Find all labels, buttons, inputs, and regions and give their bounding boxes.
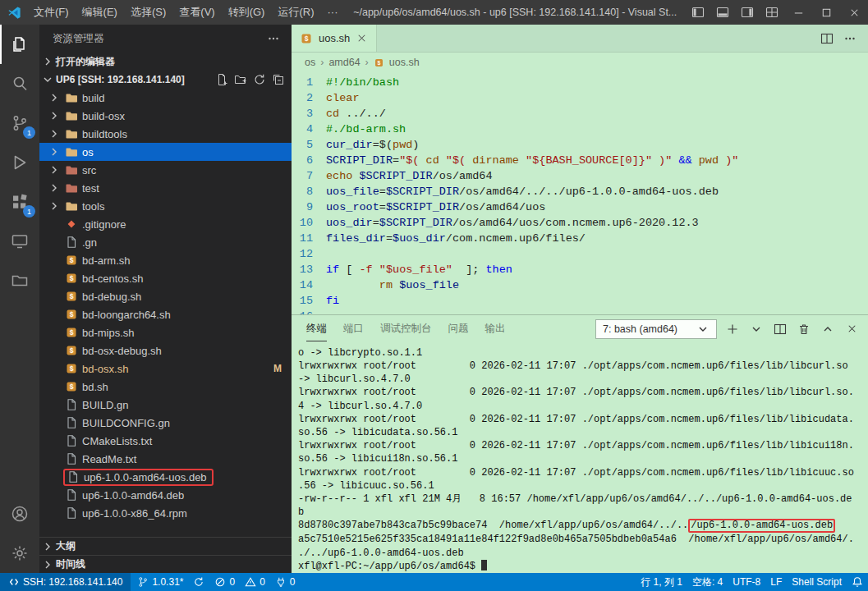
workspace-section[interactable]: UP6 [SSH: 192.168.141.140] — [39, 71, 292, 89]
activity-run-and-debug[interactable] — [0, 143, 39, 182]
activity-extensions[interactable]: 1 — [0, 182, 39, 222]
panel-tab-调试控制台[interactable]: 调试控制台 — [380, 317, 432, 341]
tree-item-BUILDCONFIG.gn[interactable]: BUILDCONFIG.gn — [39, 414, 292, 432]
panel-tab-端口[interactable]: 端口 — [343, 317, 364, 341]
menu-item[interactable]: 编辑(E) — [76, 0, 124, 25]
activity-source-control[interactable]: 1 — [0, 103, 39, 143]
toggle-secondary-sidebar-button[interactable] — [735, 0, 760, 25]
tree-item-bd-debug.sh[interactable]: $bd-debug.sh — [39, 287, 292, 305]
menu-item[interactable]: 运行(R) — [271, 0, 320, 25]
minimize-button[interactable] — [784, 0, 812, 25]
tree-item-os[interactable]: os — [39, 143, 292, 161]
status-branch[interactable]: 1.0.31* — [132, 573, 188, 591]
tree-item-up6-1.0.0-x86_64.rpm[interactable]: up6-1.0.0-x86_64.rpm — [39, 504, 292, 522]
tab-uos-sh[interactable]: $ uos.sh — [292, 25, 377, 52]
tree-item-build[interactable]: build — [39, 89, 292, 107]
toggle-panel-button[interactable] — [710, 0, 735, 25]
status-eol[interactable]: LF — [765, 573, 787, 591]
maximize-button[interactable] — [812, 0, 840, 25]
more-editor-actions-icon[interactable] — [843, 32, 857, 45]
tree-item-bd-loongarch64.sh[interactable]: $bd-loongarch64.sh — [39, 305, 292, 323]
tree-item-src[interactable]: src — [39, 161, 292, 179]
tree-item-up6-1.0.0-amd64-uos.deb[interactable]: up6-1.0.0-amd64-uos.deb — [39, 468, 292, 486]
maximize-panel-button[interactable] — [820, 321, 836, 337]
timeline-section[interactable]: 时间线 — [39, 555, 292, 573]
split-terminal-button[interactable] — [772, 321, 788, 337]
activity-settings[interactable] — [0, 534, 39, 573]
menu-item[interactable]: 文件(F) — [27, 0, 76, 25]
line-number: 10 — [292, 215, 326, 231]
menu-item[interactable]: ··· — [320, 0, 344, 25]
activity-search[interactable] — [0, 64, 39, 103]
status-language-mode[interactable]: Shell Script — [787, 573, 847, 591]
status-warnings[interactable]: 0 — [240, 573, 270, 591]
kill-terminal-button[interactable] — [796, 321, 812, 337]
tree-item-label: bd-osx-debug.sh — [82, 345, 162, 357]
panel-tab-终端[interactable]: 终端 — [306, 317, 327, 341]
open-editors-section[interactable]: 打开的编辑器 — [39, 53, 292, 71]
tree-item-bd-arm.sh[interactable]: $bd-arm.sh — [39, 251, 292, 269]
tree-item-test[interactable]: test — [39, 179, 292, 197]
close-window-button[interactable] — [840, 0, 868, 25]
close-panel-button[interactable] — [843, 321, 860, 337]
tree-item-buildtools[interactable]: buildtools — [39, 125, 292, 143]
tree-item-bd-osx-debug.sh[interactable]: $bd-osx-debug.sh — [39, 341, 292, 360]
terminal-line: a5c7510e5215e625f335ca18491a11e84f122f9a… — [298, 533, 861, 546]
status-bar-right: 行 1, 列 1空格: 4UTF-8LFShell Script — [636, 573, 868, 591]
tree-item-tools[interactable]: tools — [39, 197, 292, 215]
new-terminal-button[interactable] — [724, 321, 741, 337]
breadcrumb-item[interactable]: amd64 — [328, 57, 360, 68]
tree-item-bd.sh[interactable]: $bd.sh — [39, 378, 292, 396]
tree-item-ReadMe.txt[interactable]: ReadMe.txt — [39, 450, 292, 468]
status-errors[interactable]: 0 — [209, 573, 240, 591]
customize-layout-button[interactable] — [760, 0, 784, 25]
panel-tab-问题[interactable]: 问题 — [448, 317, 469, 341]
activity-remote-explorer[interactable] — [0, 222, 39, 261]
menu-item[interactable]: 查看(V) — [172, 0, 221, 25]
terminal-profiles-button[interactable] — [748, 321, 765, 337]
status-ports[interactable]: 0 — [270, 573, 301, 591]
activity-bar-top: 11 — [0, 25, 39, 300]
collapse-all-icon[interactable] — [272, 73, 285, 86]
code-editor[interactable]: 1#!/bin/bash2clear3cd ../../4#./bd-arm.s… — [292, 72, 868, 314]
file-icon — [65, 488, 78, 502]
close-tab-icon[interactable] — [356, 32, 368, 44]
new-folder-icon[interactable] — [234, 73, 247, 86]
tree-item-build-osx[interactable]: build-osx — [39, 107, 292, 125]
refresh-icon[interactable] — [253, 73, 266, 86]
panel-tab-输出[interactable]: 输出 — [485, 317, 506, 341]
activity-account[interactable] — [0, 494, 39, 534]
status-indentation[interactable]: 空格: 4 — [687, 573, 728, 591]
tree-item-label: bd-loongarch64.sh — [82, 309, 171, 321]
status-sync[interactable] — [188, 573, 209, 591]
terminal-selector-value: 7: bash (amd64) — [603, 323, 677, 335]
code-line: 6SCRIPT_DIR="$( cd "$( dirname "${BASH_S… — [292, 153, 868, 168]
tree-item-up6-1.0.0-amd64.deb[interactable]: up6-1.0.0-amd64.deb — [39, 486, 292, 504]
tree-item-.gn[interactable]: .gn — [39, 233, 292, 251]
more-actions-icon[interactable] — [267, 32, 280, 45]
terminal-output[interactable]: o -> libcrypto.so.1.1lrwxrwxrwx root/roo… — [292, 343, 868, 573]
tree-item-bd-centos.sh[interactable]: $bd-centos.sh — [39, 269, 292, 287]
breadcrumb-item[interactable]: os — [305, 57, 315, 68]
activity-explorer[interactable] — [0, 25, 39, 64]
status-remote[interactable]: SSH: 192.168.141.140 — [0, 573, 131, 591]
tree-item-CMakeLists.txt[interactable]: CMakeLists.txt — [39, 432, 292, 450]
breadcrumb-item[interactable]: uos.sh — [389, 57, 420, 68]
new-file-icon[interactable] — [215, 73, 228, 86]
status-cursor-position[interactable]: 行 1, 列 1 — [636, 573, 687, 591]
status-encoding[interactable]: UTF-8 — [728, 573, 765, 591]
status-notifications[interactable] — [847, 573, 868, 591]
outline-section[interactable]: 大纲 — [39, 537, 292, 555]
menu-item[interactable]: 转到(G) — [222, 0, 272, 25]
split-editor-icon[interactable] — [820, 32, 834, 45]
activity-folders[interactable] — [0, 261, 39, 300]
tree-item-BUILD.gn[interactable]: BUILD.gn — [39, 396, 292, 414]
tree-item-bd-mips.sh[interactable]: $bd-mips.sh — [39, 323, 292, 341]
menu-item[interactable]: 选择(S) — [124, 0, 172, 25]
tree-item-label: build-osx — [82, 110, 125, 122]
toggle-sidebar-button[interactable] — [686, 0, 710, 25]
tree-item-.gitignore[interactable]: .gitignore — [39, 215, 292, 233]
minimize-icon — [792, 7, 805, 19]
terminal-selector[interactable]: 7: bash (amd64) — [595, 319, 717, 339]
tree-item-bd-osx.sh[interactable]: $bd-osx.shM — [39, 360, 292, 378]
